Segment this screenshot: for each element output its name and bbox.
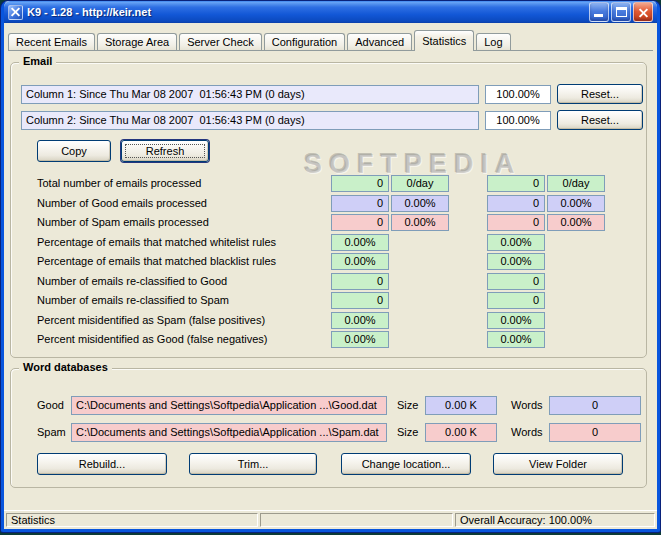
spam-words-label: Words [511, 424, 543, 441]
stat-field: 0.00% [331, 312, 389, 329]
maximize-button[interactable] [611, 2, 631, 22]
stat-row-good: Number of Good emails processed 0 0.00% … [11, 195, 646, 212]
desktop: K9 - 1.28 - http://keir.net Recent Email… [0, 0, 661, 535]
spam-size-label: Size [397, 424, 418, 441]
good-size-label: Size [397, 397, 418, 414]
stat-row-blacklist: Percentage of emails that matched blackl… [11, 253, 646, 270]
stat-field: 0.00% [331, 234, 389, 251]
stat-field: 0 [487, 292, 545, 309]
stat-field: 0.00% [487, 234, 545, 251]
stat-field: 0 [331, 195, 389, 212]
good-words-label: Words [511, 397, 543, 414]
stat-row-false-positives: Percent misidentified as Spam (false pos… [11, 312, 646, 329]
app-window: K9 - 1.28 - http://keir.net Recent Email… [1, 1, 660, 532]
spam-db-path-field[interactable]: C:\Documents and Settings\Softpedia\Appl… [71, 423, 387, 442]
stat-row-total: Total number of emails processed 0 0/day… [11, 175, 646, 192]
stat-row-spam: Number of Spam emails processed 0 0.00% … [11, 214, 646, 231]
tab-statistics[interactable]: Statistics [414, 30, 474, 51]
spam-size-field: 0.00 K [425, 423, 497, 442]
tab-server-check[interactable]: Server Check [179, 33, 262, 50]
stat-field: 0 [331, 175, 389, 192]
good-db-path-field[interactable]: C:\Documents and Settings\Softpedia\Appl… [71, 396, 387, 415]
good-size-field: 0.00 K [425, 396, 497, 415]
stat-field: 0.00% [487, 331, 545, 348]
refresh-button[interactable]: Refresh [121, 140, 209, 162]
stat-row-reclass-good: Number of emails re-classified to Good 0… [11, 273, 646, 290]
word-databases-group-label: Word databases [19, 361, 112, 373]
copy-button[interactable]: Copy [37, 140, 111, 162]
stat-label: Percent misidentified as Good (false neg… [37, 331, 268, 348]
column1-reset-button[interactable]: Reset... [557, 84, 643, 104]
minimize-button[interactable] [589, 2, 609, 22]
stat-row-reclass-spam: Number of emails re-classified to Spam 0… [11, 292, 646, 309]
stat-field: 0 [331, 273, 389, 290]
column1-accuracy-field: 100.00% [485, 85, 551, 104]
stat-field: 0.00% [331, 331, 389, 348]
word-databases-group: Word databases Good C:\Documents and Set… [10, 368, 647, 488]
titlebar[interactable]: K9 - 1.28 - http://keir.net [4, 1, 657, 23]
stat-row-false-negatives: Percent misidentified as Good (false neg… [11, 331, 646, 348]
client-area: Recent Emails Storage Area Server Check … [4, 23, 657, 529]
tab-advanced[interactable]: Advanced [347, 33, 412, 50]
stat-label: Number of emails re-classified to Spam [37, 292, 229, 309]
stat-label: Number of emails re-classified to Good [37, 273, 227, 290]
stat-field: 0.00% [391, 195, 449, 212]
column2-header-field: Column 2: Since Thu Mar 08 2007 01:56:43… [21, 111, 479, 130]
column1-header-field: Column 1: Since Thu Mar 08 2007 01:56:43… [21, 85, 479, 104]
stat-field: 0/day [547, 175, 605, 192]
stat-field: 0.00% [487, 312, 545, 329]
stat-field: 0.00% [391, 214, 449, 231]
spam-words-field: 0 [549, 423, 641, 442]
column2-reset-button[interactable]: Reset... [557, 110, 643, 130]
spam-db-label: Spam [37, 424, 66, 441]
stat-label: Number of Good emails processed [37, 195, 207, 212]
tab-configuration[interactable]: Configuration [264, 33, 345, 50]
column2-accuracy-field: 100.00% [485, 111, 551, 130]
email-group-label: Email [19, 55, 56, 67]
stat-label: Percent misidentified as Spam (false pos… [37, 312, 265, 329]
caption-buttons [589, 2, 653, 22]
view-folder-button[interactable]: View Folder [493, 453, 623, 475]
email-group: Email Column 1: Since Thu Mar 08 2007 01… [10, 62, 647, 358]
stat-field: 0.00% [547, 214, 605, 231]
stat-field: 0 [331, 214, 389, 231]
stat-row-whitelist: Percentage of emails that matched whitel… [11, 234, 646, 251]
rebuild-button[interactable]: Rebuild... [37, 453, 167, 475]
tab-strip: Recent Emails Storage Area Server Check … [8, 30, 653, 51]
minimize-icon [594, 14, 603, 17]
stat-field: 0/day [391, 175, 449, 192]
status-middle-panel [260, 513, 453, 527]
stat-label: Number of Spam emails processed [37, 214, 209, 231]
close-button[interactable] [633, 2, 653, 22]
change-location-button[interactable]: Change location... [341, 453, 471, 475]
k9-app-icon [8, 5, 23, 20]
tab-log[interactable]: Log [476, 33, 510, 50]
stat-label: Percentage of emails that matched blackl… [37, 253, 276, 270]
maximize-icon [616, 7, 627, 17]
tab-recent-emails[interactable]: Recent Emails [8, 33, 95, 50]
stat-field: 0.00% [547, 195, 605, 212]
stat-field: 0.00% [487, 253, 545, 270]
good-db-label: Good [37, 397, 64, 414]
stat-label: Percentage of emails that matched whitel… [37, 234, 276, 251]
good-words-field: 0 [549, 396, 641, 415]
stat-field: 0 [487, 195, 545, 212]
stat-field: 0 [487, 273, 545, 290]
stat-field: 0 [487, 175, 545, 192]
tab-storage-area[interactable]: Storage Area [97, 33, 177, 50]
status-left-panel: Statistics [6, 513, 258, 527]
window-title: K9 - 1.28 - http://keir.net [27, 6, 589, 18]
stat-field: 0.00% [331, 253, 389, 270]
trim-button[interactable]: Trim... [189, 453, 317, 475]
stat-field: 0 [331, 292, 389, 309]
status-accuracy-panel: Overall Accuracy: 100.00% [455, 513, 655, 527]
status-bar: Statistics Overall Accuracy: 100.00% [4, 510, 657, 529]
stat-label: Total number of emails processed [37, 175, 201, 192]
stat-field: 0 [487, 214, 545, 231]
